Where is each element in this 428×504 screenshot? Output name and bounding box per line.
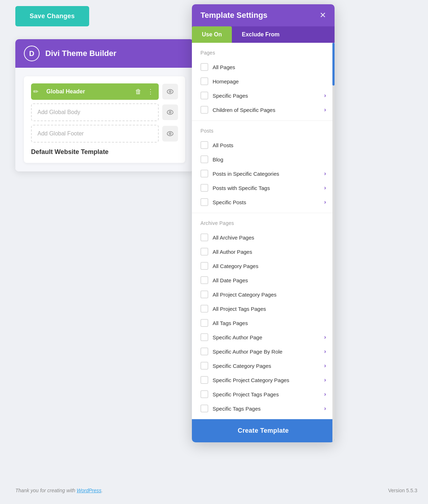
specific-project-tags-pages-text: Specific Project Tags Pages — [213, 391, 320, 397]
toggle-footer-visibility-button[interactable] — [162, 126, 178, 142]
specific-tags-pages-text: Specific Tags Pages — [213, 406, 320, 412]
modal-close-button[interactable]: ✕ — [320, 11, 326, 20]
children-specific-pages-chevron: › — [324, 107, 326, 113]
posts-specific-categories-chevron: › — [324, 170, 326, 177]
all-posts-text: All Posts — [213, 142, 326, 148]
delete-header-button[interactable]: 🗑 — [133, 86, 144, 98]
specific-author-page-item[interactable]: Specific Author Page › — [200, 330, 326, 344]
specific-posts-checkbox[interactable] — [200, 198, 208, 206]
all-project-category-pages-text: All Project Category Pages — [213, 292, 326, 298]
posts-specific-tags-checkbox[interactable] — [200, 184, 208, 192]
builder-body: ✏ Global Header 🗑 ⋮ Add Glo — [15, 68, 194, 171]
template-name: Default Website Template — [31, 148, 178, 156]
all-tags-pages-item[interactable]: All Tags Pages — [200, 316, 326, 330]
specific-tags-pages-checkbox[interactable] — [200, 405, 208, 412]
svg-point-2 — [167, 110, 173, 114]
global-header-label: Global Header — [41, 83, 130, 100]
template-item-main-footer[interactable]: Add Global Footer — [31, 125, 159, 143]
header-actions: 🗑 ⋮ — [130, 86, 159, 98]
specific-project-tags-pages-chevron: › — [324, 391, 326, 397]
specific-project-tags-pages-checkbox[interactable] — [200, 390, 208, 398]
all-pages-checkbox[interactable] — [200, 63, 208, 71]
specific-posts-chevron: › — [324, 199, 326, 205]
posts-specific-tags-text: Posts with Specific Tags — [213, 185, 320, 191]
all-pages-item[interactable]: All Pages — [200, 60, 326, 74]
archive-pages-section: Archive Pages All Archive Pages All Auth… — [192, 213, 335, 419]
blog-item[interactable]: Blog — [200, 152, 326, 166]
specific-pages-chevron: › — [324, 92, 326, 99]
builder-header: D Divi Theme Builder — [15, 39, 194, 68]
template-item-main-active[interactable]: ✏ Global Header 🗑 ⋮ — [31, 83, 159, 100]
all-posts-item[interactable]: All Posts — [200, 138, 326, 152]
specific-project-tags-pages-item[interactable]: Specific Project Tags Pages › — [200, 387, 326, 401]
specific-pages-text: Specific Pages — [213, 93, 320, 99]
homepage-item[interactable]: Homepage — [200, 74, 326, 88]
posts-specific-categories-text: Posts in Specific Categories — [213, 171, 320, 177]
template-item-main-body[interactable]: Add Global Body — [31, 103, 159, 121]
blog-checkbox[interactable] — [200, 155, 208, 163]
tab-exclude-from[interactable]: Exclude From — [232, 26, 290, 43]
template-section: ✏ Global Header 🗑 ⋮ Add Glo — [24, 76, 185, 163]
version-text: Version 5.5.3 — [388, 488, 417, 493]
all-tags-pages-text: All Tags Pages — [213, 320, 326, 326]
all-project-category-pages-checkbox[interactable] — [200, 290, 208, 298]
specific-category-pages-item[interactable]: Specific Category Pages › — [200, 359, 326, 373]
all-project-tags-pages-item[interactable]: All Project Tags Pages — [200, 302, 326, 316]
builder-title: Divi Theme Builder — [45, 49, 116, 58]
specific-author-page-by-role-chevron: › — [324, 348, 326, 355]
specific-tags-pages-item[interactable]: Specific Tags Pages › — [200, 401, 326, 416]
save-changes-button[interactable]: Save Changes — [15, 6, 89, 26]
all-category-pages-checkbox[interactable] — [200, 262, 208, 270]
posts-specific-tags-chevron: › — [324, 185, 326, 191]
specific-project-category-pages-checkbox[interactable] — [200, 376, 208, 384]
all-category-pages-item[interactable]: All Category Pages — [200, 259, 326, 273]
specific-category-pages-chevron: › — [324, 362, 326, 369]
specific-author-page-by-role-checkbox[interactable] — [200, 348, 208, 355]
children-specific-pages-text: Children of Specific Pages — [213, 107, 320, 113]
edit-header-button[interactable]: ✏ — [31, 86, 41, 98]
svg-point-5 — [169, 133, 171, 135]
all-author-pages-item[interactable]: All Author Pages — [200, 245, 326, 259]
all-author-pages-checkbox[interactable] — [200, 248, 208, 256]
modal-title: Template Settings — [200, 11, 268, 20]
specific-project-category-pages-item[interactable]: Specific Project Category Pages › — [200, 373, 326, 387]
posts-specific-categories-item[interactable]: Posts in Specific Categories › — [200, 166, 326, 181]
more-header-button[interactable]: ⋮ — [145, 86, 156, 98]
tab-use-on[interactable]: Use On — [192, 26, 232, 43]
modal-content[interactable]: Pages All Pages Homepage Specific Pages … — [192, 43, 335, 442]
toggle-header-visibility-button[interactable] — [162, 84, 178, 99]
specific-pages-checkbox[interactable] — [200, 92, 208, 99]
posts-specific-categories-checkbox[interactable] — [200, 170, 208, 178]
create-template-button[interactable]: Create Template — [192, 419, 335, 442]
posts-specific-tags-item[interactable]: Posts with Specific Tags › — [200, 181, 326, 195]
all-date-pages-checkbox[interactable] — [200, 276, 208, 284]
all-project-tags-pages-checkbox[interactable] — [200, 305, 208, 313]
specific-author-page-text: Specific Author Page — [213, 334, 320, 340]
toggle-body-visibility-button[interactable] — [162, 104, 178, 120]
all-posts-checkbox[interactable] — [200, 141, 208, 149]
template-item-global-footer: Add Global Footer — [31, 125, 178, 143]
specific-category-pages-text: Specific Category Pages — [213, 363, 320, 369]
specific-posts-item[interactable]: Specific Posts › — [200, 195, 326, 209]
specific-author-page-checkbox[interactable] — [200, 333, 208, 341]
all-archive-pages-checkbox[interactable] — [200, 233, 208, 241]
wordpress-link[interactable]: WordPress — [77, 488, 101, 493]
all-tags-pages-checkbox[interactable] — [200, 319, 208, 327]
global-footer-label: Add Global Footer — [32, 125, 158, 142]
divi-logo: D — [24, 46, 40, 61]
specific-author-page-by-role-item[interactable]: Specific Author Page By Role › — [200, 344, 326, 359]
global-body-label: Add Global Body — [32, 104, 158, 120]
specific-pages-item[interactable]: Specific Pages › — [200, 88, 326, 103]
template-settings-modal: Template Settings ✕ Use On Exclude From … — [192, 4, 335, 442]
all-project-category-pages-item[interactable]: All Project Category Pages — [200, 287, 326, 302]
children-specific-pages-checkbox[interactable] — [200, 106, 208, 114]
all-author-pages-text: All Author Pages — [213, 249, 326, 255]
modal-tabs: Use On Exclude From — [192, 26, 335, 43]
specific-category-pages-checkbox[interactable] — [200, 362, 208, 370]
all-date-pages-item[interactable]: All Date Pages — [200, 273, 326, 287]
svg-point-4 — [167, 132, 173, 136]
homepage-checkbox[interactable] — [200, 77, 208, 85]
posts-section: Posts All Posts Blog Posts in Specific C… — [192, 121, 335, 213]
children-specific-pages-item[interactable]: Children of Specific Pages › — [200, 103, 326, 117]
all-archive-pages-item[interactable]: All Archive Pages — [200, 230, 326, 245]
